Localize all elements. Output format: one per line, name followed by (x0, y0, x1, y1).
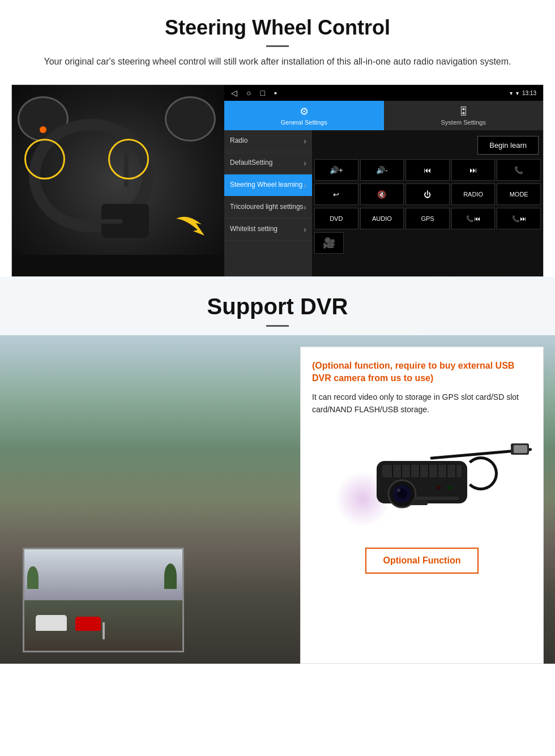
title-divider (266, 45, 289, 47)
menu-steering-label: Steering Wheel learning (230, 181, 302, 190)
optional-function-button[interactable]: Optional Function (365, 548, 479, 574)
tree-2 (164, 563, 177, 589)
tab-general-label: General Settings (281, 119, 327, 126)
phone-icon: 📞 (514, 166, 523, 174)
thumb-sky (24, 549, 182, 600)
dvr-icon-row: 🎥 (314, 232, 541, 254)
menu-item-default[interactable]: DefaultSetting › (224, 152, 312, 174)
phone-prev-btn[interactable]: 📞⏮ (451, 208, 496, 229)
dvr-description: It can record video only to storage in G… (312, 391, 532, 416)
dvr-optional-text: (Optional function, require to buy exter… (312, 360, 532, 385)
audio-btn[interactable]: AUDIO (360, 208, 404, 229)
usb-metal (514, 445, 527, 453)
control-buttons-row3: DVD AUDIO GPS 📞⏮ 📞⏭ (314, 208, 541, 229)
yellow-circle-right (108, 139, 149, 180)
prev-icon: ⏮ (424, 166, 431, 174)
arrow-wrapper (170, 207, 216, 255)
back-call-btn[interactable]: ↩ (314, 183, 358, 205)
gps-btn[interactable]: GPS (405, 208, 450, 229)
svg-rect-1 (382, 465, 462, 477)
dvr-section: Support DVR (Optional function, require … (0, 277, 555, 664)
camera-svg (365, 447, 479, 515)
audio-label: AUDIO (372, 215, 392, 222)
steering-section: Steering Wheel Control Your original car… (0, 0, 555, 277)
menu-tricolour-label: Tricoloured light settings (230, 203, 304, 212)
svg-point-14 (437, 485, 441, 490)
menu-arrow-tricolour: › (304, 203, 306, 212)
radio-btn[interactable]: RADIO (451, 183, 496, 205)
general-settings-icon: ⚙ (300, 105, 309, 118)
menu-icon: ▪ (274, 88, 277, 97)
vol-down-btn[interactable]: 🔊- (360, 159, 404, 181)
car-silhouette-2 (75, 617, 101, 631)
home-icon: ○ (246, 88, 251, 97)
phone-next-icon: 📞⏭ (512, 215, 526, 223)
begin-learn-button[interactable]: Begin learn (477, 136, 539, 155)
menu-item-whitelist[interactable]: Whitelist setting › (224, 219, 312, 241)
next-icon: ⏭ (469, 166, 477, 174)
dvr-thumbnail (23, 548, 184, 652)
steering-panel: ◁ ○ □ ▪ ▾ ▾ 13:13 ⚙ General Settings (11, 84, 544, 277)
control-buttons-row2: ↩ 🔇 ⏻ RADIO MODE (314, 183, 541, 205)
android-tabs: ⚙ General Settings 🎛 System Settings (224, 101, 543, 130)
mode-label: MODE (510, 191, 528, 198)
dashboard-strip (12, 255, 224, 277)
menu-radio-label: Radio (230, 136, 247, 146)
menu-arrow-radio: › (304, 136, 306, 146)
dvr-body: (Optional function, require to buy exter… (0, 335, 555, 664)
dvr-title: Support DVR (11, 294, 544, 319)
steering-subtitle: Your original car's steering wheel contr… (34, 55, 521, 69)
menu-arrow-whitelist: › (304, 225, 306, 234)
mute-icon: 🔇 (377, 190, 386, 199)
android-content: Radio › DefaultSetting › Steering Wheel … (224, 130, 543, 276)
menu-item-steering[interactable]: Steering Wheel learning › (224, 174, 312, 197)
yellow-circle-left (24, 139, 65, 180)
vol-up-btn[interactable]: 🔊+ (314, 159, 358, 181)
tab-system-settings[interactable]: 🎛 System Settings (384, 101, 544, 130)
road-marking (103, 622, 105, 639)
mode-btn[interactable]: MODE (497, 183, 541, 205)
dvd-btn[interactable]: DVD (314, 208, 358, 229)
gauge-indicator (40, 126, 46, 133)
android-panel: ◁ ○ □ ▪ ▾ ▾ 13:13 ⚙ General Settings (224, 85, 543, 276)
phone-next-btn[interactable]: 📞⏭ (497, 208, 541, 229)
car-silhouette-1 (36, 615, 67, 631)
tab-system-label: System Settings (441, 119, 486, 126)
menu-item-tricolour[interactable]: Tricoloured light settings › (224, 197, 312, 219)
menu-item-radio[interactable]: Radio › (224, 130, 312, 152)
menu-default-label: DefaultSetting (230, 159, 272, 168)
signal-icon: ▾ (510, 90, 513, 96)
mute-btn[interactable]: 🔇 (360, 183, 404, 205)
phone-prev-icon: 📞⏮ (466, 215, 480, 223)
wifi-icon: ▾ (516, 90, 519, 96)
svg-rect-17 (411, 501, 428, 505)
back-call-icon: ↩ (333, 190, 339, 199)
dvr-info-card: (Optional function, require to buy exter… (300, 347, 544, 664)
left-menu: Radio › DefaultSetting › Steering Wheel … (224, 130, 312, 276)
svg-rect-16 (413, 497, 459, 500)
prev-btn[interactable]: ⏮ (405, 159, 450, 181)
android-statusbar: ◁ ○ □ ▪ ▾ ▾ 13:13 (224, 85, 543, 101)
dvr-icon-btn[interactable]: 🎥 (314, 232, 344, 254)
control-buttons-row1: 🔊+ 🔊- ⏮ ⏭ 📞 (314, 159, 541, 181)
steering-title: Steering Wheel Control (11, 16, 544, 40)
next-btn[interactable]: ⏭ (451, 159, 496, 181)
spoke-right (88, 219, 122, 224)
steering-image (12, 85, 224, 277)
power-btn[interactable]: ⏻ (405, 183, 450, 205)
svg-point-13 (397, 489, 400, 492)
dvd-label: DVD (330, 215, 343, 222)
dvr-camera-illustration (312, 425, 532, 539)
yellow-arrow-icon (170, 207, 216, 253)
menu-arrow-steering: › (304, 181, 306, 190)
dvr-title-area: Support DVR (0, 277, 555, 335)
statusbar-nav: ◁ ○ □ ▪ (231, 88, 277, 97)
clock: 13:13 (522, 90, 536, 96)
system-settings-icon: 🎛 (458, 106, 468, 118)
tab-general-settings[interactable]: ⚙ General Settings (224, 101, 384, 130)
vol-up-icon: 🔊+ (330, 166, 343, 174)
recent-icon: □ (260, 88, 264, 97)
begin-learn-row: Begin learn (314, 133, 541, 158)
phone-btn[interactable]: 📞 (497, 159, 541, 181)
steering-title-area: Steering Wheel Control Your original car… (0, 0, 555, 84)
